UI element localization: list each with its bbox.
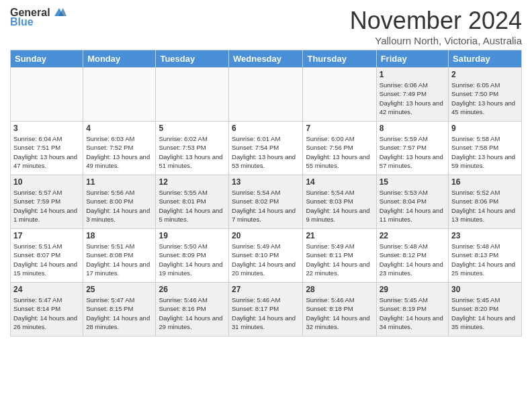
table-row: 20Sunrise: 5:49 AMSunset: 8:10 PMDayligh… bbox=[229, 229, 303, 283]
table-row bbox=[156, 68, 229, 122]
day-info: Sunrise: 5:51 AMSunset: 8:08 PMDaylight:… bbox=[86, 242, 152, 277]
day-info: Sunrise: 5:47 AMSunset: 8:15 PMDaylight:… bbox=[86, 295, 152, 331]
day-info: Sunrise: 5:46 AMSunset: 8:16 PMDaylight:… bbox=[159, 295, 226, 331]
day-number: 9 bbox=[451, 124, 519, 133]
header-tuesday: Tuesday bbox=[156, 50, 229, 68]
day-info: Sunrise: 5:54 AMSunset: 8:03 PMDaylight:… bbox=[306, 188, 373, 224]
day-number: 10 bbox=[13, 177, 80, 187]
day-info: Sunrise: 5:54 AMSunset: 8:02 PMDaylight:… bbox=[232, 188, 300, 224]
table-row: 30Sunrise: 5:45 AMSunset: 8:20 PMDayligh… bbox=[449, 283, 522, 336]
day-number: 13 bbox=[232, 177, 300, 187]
day-number: 2 bbox=[451, 70, 519, 79]
calendar-week-row: 17Sunrise: 5:51 AMSunset: 8:07 PMDayligh… bbox=[11, 229, 522, 283]
table-row: 28Sunrise: 5:46 AMSunset: 8:18 PMDayligh… bbox=[303, 283, 376, 336]
table-row: 29Sunrise: 5:45 AMSunset: 8:19 PMDayligh… bbox=[376, 283, 448, 336]
table-row bbox=[83, 68, 156, 122]
table-row: 12Sunrise: 5:55 AMSunset: 8:01 PMDayligh… bbox=[156, 175, 229, 229]
header: General Blue November 2024 Yallourn Nort… bbox=[10, 7, 522, 46]
day-number: 23 bbox=[451, 231, 519, 240]
day-number: 20 bbox=[232, 231, 300, 240]
day-number: 17 bbox=[13, 231, 80, 240]
day-info: Sunrise: 5:48 AMSunset: 8:13 PMDaylight:… bbox=[451, 242, 519, 277]
day-number: 26 bbox=[159, 285, 226, 294]
location-subtitle: Yallourn North, Victoria, Australia bbox=[350, 35, 522, 46]
day-info: Sunrise: 5:59 AMSunset: 7:57 PMDaylight:… bbox=[380, 134, 445, 170]
day-info: Sunrise: 5:49 AMSunset: 8:10 PMDaylight:… bbox=[232, 242, 300, 277]
logo-icon bbox=[52, 7, 66, 19]
calendar-table: Sunday Monday Tuesday Wednesday Thursday… bbox=[10, 50, 522, 336]
day-info: Sunrise: 5:57 AMSunset: 7:59 PMDaylight:… bbox=[13, 188, 80, 224]
table-row: 26Sunrise: 5:46 AMSunset: 8:16 PMDayligh… bbox=[156, 283, 229, 336]
day-info: Sunrise: 6:05 AMSunset: 7:50 PMDaylight:… bbox=[451, 81, 519, 116]
day-number: 25 bbox=[86, 285, 152, 294]
logo-blue-text: Blue bbox=[10, 16, 34, 28]
table-row: 17Sunrise: 5:51 AMSunset: 8:07 PMDayligh… bbox=[11, 229, 83, 283]
day-number: 7 bbox=[306, 124, 373, 133]
day-number: 14 bbox=[306, 177, 373, 187]
logo: General Blue bbox=[10, 7, 66, 28]
day-info: Sunrise: 6:00 AMSunset: 7:56 PMDaylight:… bbox=[306, 134, 373, 170]
day-number: 29 bbox=[380, 285, 445, 294]
day-info: Sunrise: 5:51 AMSunset: 8:07 PMDaylight:… bbox=[13, 242, 80, 277]
day-number: 27 bbox=[232, 285, 300, 294]
day-number: 30 bbox=[451, 285, 519, 294]
day-info: Sunrise: 5:46 AMSunset: 8:18 PMDaylight:… bbox=[306, 295, 373, 331]
table-row: 9Sunrise: 5:58 AMSunset: 7:58 PMDaylight… bbox=[449, 122, 522, 175]
calendar-week-row: 24Sunrise: 5:47 AMSunset: 8:14 PMDayligh… bbox=[11, 283, 522, 336]
month-year-title: November 2024 bbox=[350, 7, 522, 35]
day-info: Sunrise: 5:49 AMSunset: 8:11 PMDaylight:… bbox=[306, 242, 373, 277]
day-number: 12 bbox=[159, 177, 226, 187]
title-block: November 2024 Yallourn North, Victoria, … bbox=[350, 7, 522, 46]
day-number: 6 bbox=[232, 124, 300, 133]
table-row: 18Sunrise: 5:51 AMSunset: 8:08 PMDayligh… bbox=[83, 229, 156, 283]
day-number: 16 bbox=[451, 177, 519, 187]
table-row: 3Sunrise: 6:04 AMSunset: 7:51 PMDaylight… bbox=[11, 122, 83, 175]
table-row: 5Sunrise: 6:02 AMSunset: 7:53 PMDaylight… bbox=[156, 122, 229, 175]
day-number: 4 bbox=[86, 124, 152, 133]
table-row: 19Sunrise: 5:50 AMSunset: 8:09 PMDayligh… bbox=[156, 229, 229, 283]
calendar-week-row: 3Sunrise: 6:04 AMSunset: 7:51 PMDaylight… bbox=[11, 122, 522, 175]
day-info: Sunrise: 5:48 AMSunset: 8:12 PMDaylight:… bbox=[380, 242, 445, 277]
header-sunday: Sunday bbox=[11, 50, 83, 68]
day-number: 5 bbox=[159, 124, 226, 133]
day-info: Sunrise: 6:06 AMSunset: 7:49 PMDaylight:… bbox=[380, 81, 445, 116]
day-info: Sunrise: 5:53 AMSunset: 8:04 PMDaylight:… bbox=[380, 188, 445, 224]
header-saturday: Saturday bbox=[449, 50, 522, 68]
day-info: Sunrise: 5:45 AMSunset: 8:19 PMDaylight:… bbox=[380, 295, 445, 331]
day-number: 21 bbox=[306, 231, 373, 240]
table-row: 16Sunrise: 5:52 AMSunset: 8:06 PMDayligh… bbox=[449, 175, 522, 229]
day-info: Sunrise: 5:46 AMSunset: 8:17 PMDaylight:… bbox=[232, 295, 300, 331]
table-row bbox=[229, 68, 303, 122]
table-row: 7Sunrise: 6:00 AMSunset: 7:56 PMDaylight… bbox=[303, 122, 376, 175]
table-row: 13Sunrise: 5:54 AMSunset: 8:02 PMDayligh… bbox=[229, 175, 303, 229]
day-number: 3 bbox=[13, 124, 80, 133]
day-info: Sunrise: 6:03 AMSunset: 7:52 PMDaylight:… bbox=[86, 134, 152, 170]
day-number: 22 bbox=[380, 231, 445, 240]
day-info: Sunrise: 6:04 AMSunset: 7:51 PMDaylight:… bbox=[13, 134, 80, 170]
header-wednesday: Wednesday bbox=[229, 50, 303, 68]
table-row: 1Sunrise: 6:06 AMSunset: 7:49 PMDaylight… bbox=[376, 68, 448, 122]
table-row: 14Sunrise: 5:54 AMSunset: 8:03 PMDayligh… bbox=[303, 175, 376, 229]
day-info: Sunrise: 5:47 AMSunset: 8:14 PMDaylight:… bbox=[13, 295, 80, 331]
table-row: 21Sunrise: 5:49 AMSunset: 8:11 PMDayligh… bbox=[303, 229, 376, 283]
weekday-header-row: Sunday Monday Tuesday Wednesday Thursday… bbox=[11, 50, 522, 68]
table-row bbox=[11, 68, 83, 122]
day-number: 18 bbox=[86, 231, 152, 240]
day-info: Sunrise: 5:58 AMSunset: 7:58 PMDaylight:… bbox=[451, 134, 519, 170]
day-info: Sunrise: 5:56 AMSunset: 8:00 PMDaylight:… bbox=[86, 188, 152, 224]
day-number: 8 bbox=[380, 124, 445, 133]
table-row: 6Sunrise: 6:01 AMSunset: 7:54 PMDaylight… bbox=[229, 122, 303, 175]
day-number: 28 bbox=[306, 285, 373, 294]
header-thursday: Thursday bbox=[303, 50, 376, 68]
table-row: 11Sunrise: 5:56 AMSunset: 8:00 PMDayligh… bbox=[83, 175, 156, 229]
table-row bbox=[303, 68, 376, 122]
day-info: Sunrise: 5:45 AMSunset: 8:20 PMDaylight:… bbox=[451, 295, 519, 331]
table-row: 10Sunrise: 5:57 AMSunset: 7:59 PMDayligh… bbox=[11, 175, 83, 229]
day-number: 19 bbox=[159, 231, 226, 240]
day-number: 1 bbox=[380, 70, 445, 79]
day-info: Sunrise: 5:50 AMSunset: 8:09 PMDaylight:… bbox=[159, 242, 226, 277]
table-row: 4Sunrise: 6:03 AMSunset: 7:52 PMDaylight… bbox=[83, 122, 156, 175]
page-container: General Blue November 2024 Yallourn Nort… bbox=[0, 0, 532, 343]
day-number: 24 bbox=[13, 285, 80, 294]
table-row: 8Sunrise: 5:59 AMSunset: 7:57 PMDaylight… bbox=[376, 122, 448, 175]
